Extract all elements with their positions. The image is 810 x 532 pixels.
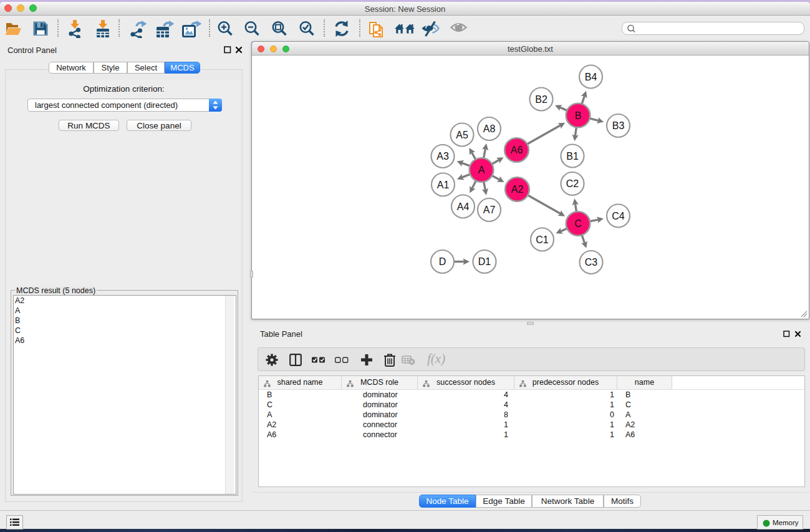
svg-text:B2: B2 [535, 94, 547, 105]
svg-text:A1: A1 [437, 180, 450, 190]
svg-text:B4: B4 [585, 72, 597, 82]
svg-text:A6: A6 [511, 145, 523, 155]
svg-text:D: D [439, 256, 446, 267]
svg-text:C4: C4 [612, 211, 625, 221]
svg-text:A2: A2 [511, 184, 524, 195]
svg-text:B1: B1 [566, 151, 579, 162]
svg-text:C2: C2 [566, 178, 579, 189]
svg-text:C: C [574, 218, 582, 229]
svg-text:A3: A3 [436, 151, 449, 162]
svg-text:A7: A7 [483, 205, 496, 215]
svg-text:A: A [478, 165, 485, 175]
svg-text:C3: C3 [585, 257, 598, 268]
svg-text:A4: A4 [457, 201, 470, 212]
svg-text:A5: A5 [456, 130, 468, 140]
svg-text:D1: D1 [478, 256, 491, 267]
svg-text:B3: B3 [612, 120, 625, 131]
svg-text:A8: A8 [483, 123, 496, 134]
svg-text:B: B [575, 110, 582, 121]
svg-text:C1: C1 [536, 235, 549, 245]
